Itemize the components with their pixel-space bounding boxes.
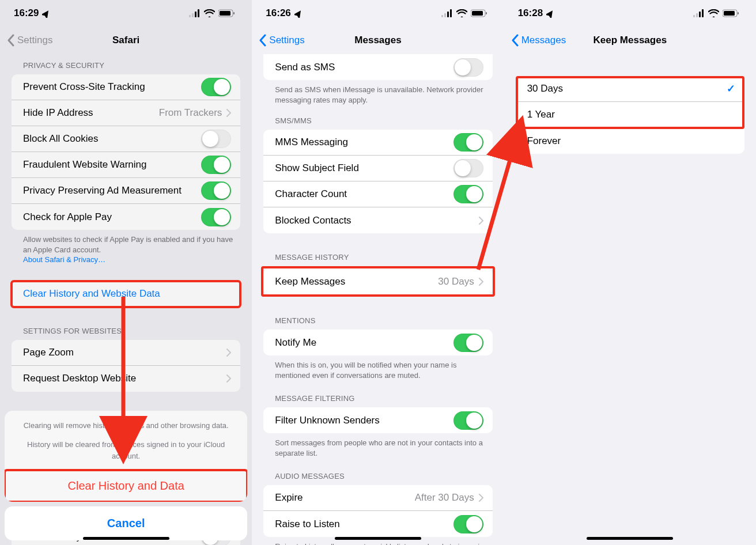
history-group: Keep Messages 30 Days — [263, 268, 492, 294]
action-sheet-message: Clearing will remove history, cookies an… — [5, 411, 247, 471]
sheet-msg-1: Clearing will remove history, cookies an… — [17, 420, 235, 432]
chevron-left-icon — [511, 34, 519, 47]
cellular-icon — [692, 9, 705, 17]
section-header-smsmms: SMS/MMS — [252, 113, 504, 130]
row-expire[interactable]: Expire After 30 Days — [263, 485, 492, 511]
back-label: Settings — [269, 35, 304, 46]
action-sheet: Clearing will remove history, cookies an… — [5, 411, 247, 541]
row-label: Keep Messages — [275, 276, 345, 287]
filtering-group: Filter Unknown Senders — [263, 407, 492, 433]
option-30-days[interactable]: 30 Days ✓ — [516, 76, 744, 102]
toggle-send-sms[interactable] — [453, 58, 483, 77]
row-keep-messages[interactable]: Keep Messages 30 Days — [263, 268, 492, 294]
toggle-raise-to-listen[interactable] — [453, 515, 483, 533]
mentions-footer: When this is on, you will be notified wh… — [252, 355, 504, 380]
row-label: MMS Messaging — [275, 137, 348, 148]
row-label: Character Count — [275, 188, 347, 200]
chevron-right-icon — [479, 278, 483, 286]
row-label: 30 Days — [527, 83, 563, 94]
section-header-mentions: MENTIONS — [252, 313, 504, 330]
row-label: Filter Unknown Senders — [275, 415, 379, 426]
clear-history-and-data-button[interactable]: Clear History and Data — [5, 470, 247, 502]
row-blocked-contacts[interactable]: Blocked Contacts — [263, 207, 492, 233]
section-header-audio: AUDIO MESSAGES — [252, 468, 504, 485]
sheet-msg-2: History will be cleared from devices sig… — [17, 439, 235, 461]
row-label: 1 Year — [527, 109, 555, 120]
phone-keep-messages: 16:28 Messages Keep Messages 30 Days ✓ 1… — [504, 0, 756, 545]
nav-bar: Settings Messages — [252, 27, 504, 54]
back-label: Messages — [521, 35, 566, 46]
phone-messages: 16:26 Settings Messages Send as SMS Send… — [252, 0, 504, 545]
row-subject-field[interactable]: Show Subject Field — [263, 156, 492, 181]
status-bar: 16:26 — [252, 0, 504, 27]
action-sheet-card: Clearing will remove history, cookies an… — [5, 411, 247, 502]
nav-bar: Messages Keep Messages — [504, 27, 756, 54]
keep-messages-highlight: Keep Messages 30 Days — [261, 266, 494, 297]
row-value: After 30 Days — [415, 492, 475, 504]
toggle-filter-unknown[interactable] — [453, 411, 483, 430]
checkmark-icon: ✓ — [727, 82, 735, 95]
location-icon — [294, 9, 303, 17]
send-sms-footer: Send as SMS when iMessage is unavailable… — [252, 80, 504, 105]
keep-options-group: 30 Days ✓ 1 Year Forever — [516, 76, 744, 154]
row-label: Notify Me — [275, 337, 316, 349]
audio-group: Expire After 30 Days Raise to Listen — [263, 485, 492, 537]
cancel-button[interactable]: Cancel — [5, 506, 247, 540]
status-time: 16:28 — [518, 7, 543, 19]
mentions-group: Notify Me — [263, 330, 492, 355]
home-indicator — [587, 537, 673, 540]
toggle-subject-field[interactable] — [453, 159, 483, 177]
scroll-area[interactable]: 30 Days ✓ 1 Year Forever — [504, 54, 756, 545]
chevron-left-icon — [259, 34, 267, 47]
toggle-char-count[interactable] — [453, 185, 483, 203]
wifi-icon — [708, 9, 719, 17]
row-label: Raise to Listen — [275, 518, 339, 530]
status-time: 16:26 — [266, 7, 290, 19]
phone-safari: 16:29 Settings Safari PRIVACY & SECURITY… — [0, 0, 252, 545]
send-sms-group: Send as SMS — [263, 54, 492, 80]
row-label: Blocked Contacts — [275, 215, 351, 226]
option-1-year[interactable]: 1 Year — [516, 102, 744, 128]
row-mms[interactable]: MMS Messaging — [263, 130, 492, 156]
home-indicator — [83, 537, 169, 540]
cellular-icon — [440, 9, 453, 17]
row-label: Expire — [275, 492, 303, 504]
row-filter-unknown[interactable]: Filter Unknown Senders — [263, 407, 492, 433]
toggle-mms[interactable] — [453, 133, 483, 152]
row-char-count[interactable]: Character Count — [263, 181, 492, 207]
home-indicator — [335, 537, 421, 540]
location-icon — [546, 9, 554, 17]
section-header-filtering: MESSAGE FILTERING — [252, 391, 504, 407]
option-forever[interactable]: Forever — [516, 128, 744, 154]
scroll-area[interactable]: Send as SMS Send as SMS when iMessage is… — [252, 54, 504, 545]
battery-icon — [723, 9, 740, 17]
filtering-footer: Sort messages from people who are not in… — [252, 433, 504, 458]
row-value: 30 Days — [438, 276, 475, 287]
wifi-icon — [456, 9, 467, 17]
row-label: Send as SMS — [275, 62, 335, 73]
chevron-right-icon — [479, 494, 483, 502]
row-label: Show Subject Field — [275, 162, 359, 174]
chevron-right-icon — [479, 217, 483, 225]
back-button[interactable]: Messages — [511, 34, 566, 47]
row-send-sms[interactable]: Send as SMS — [263, 54, 492, 80]
row-raise-to-listen[interactable]: Raise to Listen — [263, 511, 492, 537]
toggle-notify-me[interactable] — [453, 334, 483, 352]
back-button[interactable]: Settings — [259, 34, 304, 47]
row-label: Forever — [527, 135, 561, 147]
battery-icon — [471, 9, 488, 17]
status-bar: 16:28 — [504, 0, 756, 27]
row-notify-me[interactable]: Notify Me — [263, 330, 492, 355]
smsmms-group: MMS Messaging Show Subject Field Charact… — [263, 130, 492, 233]
section-header-history: MESSAGE HISTORY — [252, 249, 504, 266]
